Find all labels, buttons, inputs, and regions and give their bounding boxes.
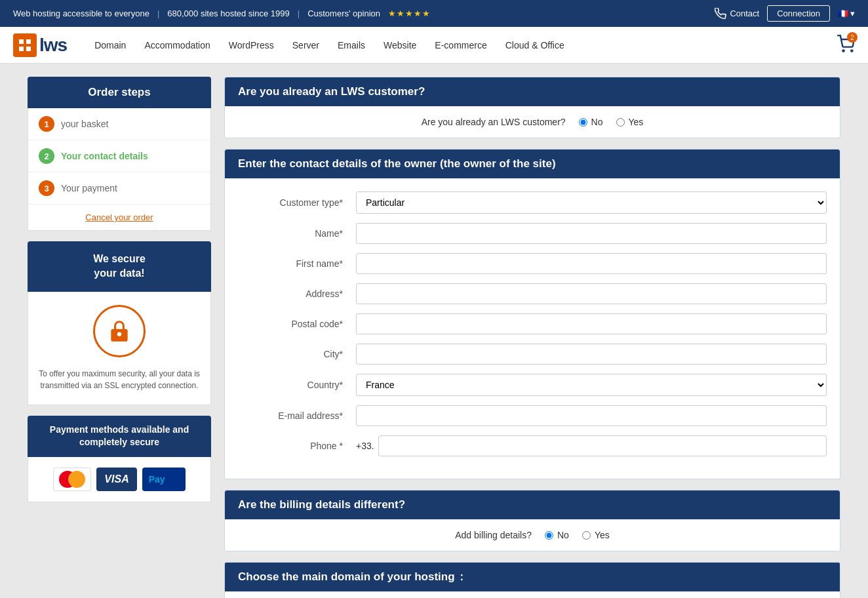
customer-check-header: Are you already an LWS customer? — [225, 77, 840, 106]
nav-domain[interactable]: Domain — [87, 35, 134, 56]
cancel-order-link[interactable]: Cancel your order — [28, 205, 210, 230]
billing-question: Add billing details? — [455, 530, 532, 540]
phone-label: Phone * — [238, 441, 356, 451]
phone-prefix: +33. — [356, 441, 374, 451]
cart-badge: 2 — [847, 32, 858, 43]
nav-ecommerce[interactable]: E-commerce — [427, 35, 494, 56]
firstname-input[interactable] — [356, 253, 827, 274]
billing-radio-yes[interactable] — [582, 531, 591, 540]
radio-no-label[interactable]: No — [591, 117, 603, 127]
city-label: City* — [238, 349, 356, 359]
flag-icon: 🇫🇷 — [838, 9, 848, 18]
step-1-label: your basket — [61, 119, 108, 129]
step-1-circle: 1 — [39, 116, 54, 132]
step-2: 2 Your contact details — [28, 140, 210, 172]
logo[interactable]: lws — [13, 33, 67, 57]
email-label: E-mail address* — [238, 410, 356, 421]
contact-details-section: Enter the contact details of the owner (… — [224, 149, 840, 479]
name-label: Name* — [238, 228, 356, 239]
sidebar-payment-body: VISA PayPal — [28, 457, 211, 502]
contact-link[interactable]: Contact — [715, 8, 759, 20]
contact-label: Contact — [730, 9, 759, 18]
phone-input[interactable] — [378, 435, 827, 456]
domain-header: Choose the main domain of your hosting : — [225, 563, 840, 591]
lock-icon — [93, 305, 146, 357]
topbar-sites-hosted: 680,000 sites hosted since 1999 — [167, 9, 289, 18]
page-container: Order steps 1 your basket 2 Your contact… — [14, 64, 854, 598]
nav-cloud[interactable]: Cloud & Office — [498, 35, 572, 56]
phone-row: Phone * +33. — [238, 435, 827, 456]
step-2-label: Your contact details — [61, 151, 148, 161]
radio-no-input[interactable] — [579, 118, 587, 127]
billing-header: Are the billing details different? — [225, 490, 840, 519]
postal-code-input[interactable] — [356, 313, 827, 334]
email-input[interactable] — [356, 405, 827, 426]
topbar-stars: ★★★★★ — [388, 9, 431, 18]
country-row: Country* France Belgium Switzerland Cana… — [238, 374, 827, 396]
order-steps-title: Order steps — [28, 77, 211, 108]
name-row: Name* — [238, 223, 827, 244]
sidebar-secure-title: We secure your data! — [28, 241, 211, 292]
chevron-down-icon: ▾ — [850, 9, 855, 18]
topbar-customers-opinion: Customers' opinion — [307, 9, 380, 18]
contact-details-body: Customer type* Particular Professional N… — [225, 178, 840, 479]
radio-yes-input[interactable] — [616, 118, 625, 127]
sidebar-secure-body: To offer you maximum security, all your … — [28, 292, 211, 405]
radio-yes-label[interactable]: Yes — [629, 117, 644, 127]
radio-yes-group: Yes — [616, 117, 644, 127]
nav-links: Domain Accommodation WordPress Server Em… — [87, 35, 837, 56]
firstname-label: First name* — [238, 258, 356, 269]
svg-point-1 — [851, 50, 852, 51]
domain-colon: : — [460, 570, 464, 584]
step-3: 3 Your payment — [28, 172, 210, 205]
billing-radio-yes-group: Yes — [582, 530, 610, 540]
domain-body: Main domain: hostadvicetest.com (Creatio… — [225, 591, 840, 598]
billing-yes-label[interactable]: Yes — [595, 530, 610, 540]
phone-icon — [715, 8, 726, 20]
country-label: Country* — [238, 380, 356, 390]
paypal-logo: PayPal — [142, 468, 186, 491]
billing-body: Add billing details? No Yes — [225, 519, 840, 551]
city-row: City* — [238, 344, 827, 365]
customer-check-section: Are you already an LWS customer? Are you… — [224, 77, 840, 138]
connection-button[interactable]: Connection — [767, 5, 830, 22]
sidebar: Order steps 1 your basket 2 Your contact… — [28, 77, 211, 598]
language-selector[interactable]: 🇫🇷 ▾ — [838, 9, 855, 18]
billing-section: Are the billing details different? Add b… — [224, 490, 840, 551]
svg-point-0 — [842, 50, 844, 51]
topbar-divider2: | — [298, 9, 300, 18]
topbar-divider1: | — [157, 9, 159, 18]
email-row: E-mail address* — [238, 405, 827, 426]
city-input[interactable] — [356, 344, 827, 365]
country-select[interactable]: France Belgium Switzerland Canada — [356, 374, 827, 396]
billing-radio-no[interactable] — [545, 531, 553, 540]
main-content: Are you already an LWS customer? Are you… — [224, 77, 840, 598]
step-3-circle: 3 — [39, 180, 54, 196]
name-input[interactable] — [356, 223, 827, 244]
sidebar-secure-text: To offer you maximum security, all your … — [39, 368, 200, 391]
topbar-right: Contact Connection 🇫🇷 ▾ — [715, 5, 855, 22]
step-3-label: Your payment — [61, 183, 117, 193]
cart-icon[interactable]: 2 — [837, 35, 855, 55]
billing-no-label[interactable]: No — [557, 530, 569, 540]
domain-section: Choose the main domain of your hosting :… — [224, 562, 840, 598]
customer-type-select[interactable]: Particular Professional — [356, 191, 827, 214]
firstname-row: First name* — [238, 253, 827, 274]
phone-group: +33. — [356, 435, 827, 456]
nav-website[interactable]: Website — [376, 35, 424, 56]
sidebar-payment-title: Payment methods available and completely… — [28, 416, 211, 457]
nav-server[interactable]: Server — [285, 35, 327, 56]
address-input[interactable] — [356, 283, 827, 304]
postal-code-label: Postal code* — [238, 319, 356, 329]
postal-code-row: Postal code* — [238, 313, 827, 334]
logo-icon — [13, 33, 37, 57]
mastercard-logo — [53, 468, 91, 491]
navbar: lws Domain Accommodation WordPress Serve… — [0, 27, 868, 64]
domain-title: Choose the main domain of your hosting — [238, 570, 455, 584]
nav-emails[interactable]: Emails — [330, 35, 373, 56]
order-steps-list: 1 your basket 2 Your contact details 3 Y… — [28, 108, 211, 231]
radio-no-group: No — [579, 117, 603, 127]
nav-accommodation[interactable]: Accommodation — [136, 35, 218, 56]
customer-check-body: Are you already an LWS customer? No Yes — [225, 106, 840, 138]
nav-wordpress[interactable]: WordPress — [221, 35, 282, 56]
